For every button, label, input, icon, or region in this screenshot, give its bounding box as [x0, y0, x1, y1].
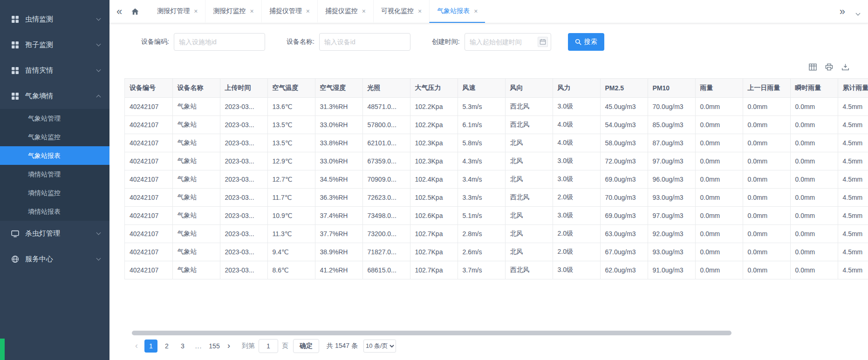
sidebar-item-weather-moisture[interactable]: 气象墒情 — [0, 83, 109, 109]
table-cell: 67359.0... — [362, 152, 410, 170]
table-cell: 4.5mm — [838, 243, 868, 261]
table-cell: 54.0ug/m3 — [600, 115, 648, 134]
table-cell: 96.0ug/m3 — [648, 170, 695, 188]
prev-page-icon[interactable]: ‹ — [130, 340, 143, 353]
table-cell: 西北风 — [505, 261, 553, 279]
tab-close-icon[interactable]: × — [418, 8, 422, 14]
table-cell: 3.4m/s — [458, 170, 505, 188]
create-time-label: 创建时间: — [432, 38, 460, 46]
search-button[interactable]: 搜索 — [568, 33, 604, 51]
table-cell: 西北风 — [505, 97, 553, 115]
sidebar-item-weather-station-report[interactable]: 气象站报表 — [0, 146, 109, 165]
sidebar-item-spore-monitoring[interactable]: 孢子监测 — [0, 32, 109, 58]
table-cell: 71827.0... — [362, 243, 410, 261]
tab[interactable]: 捕捉仪管理× — [261, 0, 317, 23]
pagination-page[interactable]: 3 — [176, 340, 189, 353]
collapse-tabs-icon[interactable]: « — [109, 7, 129, 17]
tab-close-icon[interactable]: × — [474, 8, 478, 14]
column-header: 设备名称 — [172, 79, 220, 97]
tab[interactable]: 气象站报表× — [429, 0, 485, 23]
table-cell: 0.0mm — [790, 188, 838, 206]
expand-tabs-icon[interactable]: » — [834, 7, 851, 17]
table-row[interactable]: 40242107气象站2023-03...12.9℃33.0%RH67359.0… — [125, 152, 868, 170]
table-row[interactable]: 40242107气象站2023-03...9.4℃38.9%RH71827.0.… — [125, 243, 868, 261]
tab-close-icon[interactable]: × — [194, 8, 198, 14]
table-cell: 12.9℃ — [267, 152, 315, 170]
horizontal-scrollbar[interactable] — [132, 331, 731, 335]
pagination-page[interactable]: 1 — [144, 340, 157, 353]
sidebar-item-weather-station-management[interactable]: 气象站管理 — [0, 109, 109, 128]
tab-close-icon[interactable]: × — [250, 8, 253, 14]
table-cell: 63.0ug/m3 — [600, 224, 648, 243]
sidebar-item-weather-station-monitor[interactable]: 气象站监控 — [0, 128, 109, 146]
tab[interactable]: 测报灯监控× — [205, 0, 261, 23]
table-cell: 40242107 — [125, 261, 172, 279]
table-toolbar — [109, 62, 849, 72]
table-cell: 0.0mm — [695, 224, 743, 243]
table-cell: 0.0mm — [790, 170, 838, 188]
table-cell: 102.2Kpa — [410, 115, 458, 134]
sidebar-item-insecticidal-lamp[interactable]: 杀虫灯管理 — [0, 221, 109, 246]
page-size-select[interactable]: 10 条/页 — [363, 340, 396, 353]
table-row[interactable]: 40242107气象站2023-03...8.6℃41.2%RH68615.0.… — [125, 261, 868, 279]
goto-page-input[interactable] — [259, 339, 278, 353]
table-cell: 0.0mm — [743, 152, 790, 170]
table-cell: 4.5mm — [838, 206, 868, 224]
tab-close-icon[interactable]: × — [306, 8, 310, 14]
sidebar-item-moisture-station-management[interactable]: 墒情站管理 — [0, 165, 109, 183]
table-row[interactable]: 40242107气象站2023-03...12.7℃34.5%RH70909.0… — [125, 170, 868, 188]
table-cell: 气象站 — [172, 261, 220, 279]
tab-close-icon[interactable]: × — [362, 8, 366, 14]
table-cell: 40242107 — [125, 152, 172, 170]
tab[interactable]: 测报灯管理× — [150, 0, 205, 23]
table-cell: 102.2Kpa — [410, 97, 458, 115]
table-cell: 62101.0... — [362, 134, 410, 152]
sidebar-item-seedling-disaster[interactable]: 苗情灾情 — [0, 58, 109, 83]
column-settings-icon[interactable] — [809, 63, 817, 71]
sidebar-item-insect-monitoring[interactable]: 虫情监测 — [0, 7, 109, 32]
device-code-input[interactable] — [174, 33, 265, 51]
confirm-button[interactable]: 确定 — [293, 339, 319, 353]
table-row[interactable]: 40242107气象站2023-03...11.3℃37.7%RH73200.0… — [125, 224, 868, 243]
table-row[interactable]: 40242107气象站2023-03...11.7℃36.3%RH72623.0… — [125, 188, 868, 206]
table-cell: 102.4Kpa — [410, 170, 458, 188]
sidebar-item-moisture-station-monitor[interactable]: 墒情站监控 — [0, 183, 109, 202]
table-cell: 3.0级 — [553, 261, 600, 279]
column-header: 风向 — [505, 79, 553, 97]
table-cell: 68615.0... — [362, 261, 410, 279]
report-table-viewport[interactable]: 设备编号设备名称上传时间空气温度空气湿度光照大气压力风速风向风力PM2.5PM1… — [124, 78, 868, 279]
tab[interactable]: 捕捉仪监控× — [317, 0, 373, 23]
device-name-input[interactable] — [319, 33, 410, 51]
table-row[interactable]: 40242107气象站2023-03...13.6℃31.3%RH48571.0… — [125, 97, 868, 115]
export-icon[interactable] — [841, 63, 849, 71]
table-cell: 北风 — [505, 152, 553, 170]
table-cell: 93.0ug/m3 — [648, 243, 695, 261]
sidebar-item-moisture-station-report[interactable]: 墒情站报表 — [0, 202, 109, 221]
table-cell: 5.8m/s — [458, 134, 505, 152]
home-icon[interactable] — [129, 7, 145, 16]
table-row[interactable]: 40242107气象站2023-03...13.5℃33.0%RH57800.0… — [125, 115, 868, 134]
table-row[interactable]: 40242107气象站2023-03...13.5℃33.8%RH62101.0… — [125, 134, 868, 152]
table-cell: 4.3m/s — [458, 152, 505, 170]
tabs-dropdown-icon[interactable] — [851, 7, 865, 17]
calendar-icon[interactable] — [538, 37, 548, 47]
tab[interactable]: 可视化监控× — [373, 0, 429, 23]
table-cell: 33.0%RH — [315, 152, 362, 170]
sidebar-submenu: 气象站管理 气象站监控 气象站报表 墒情站管理 墒情站监控 墒情站报表 — [0, 109, 109, 221]
table-cell: 北风 — [505, 206, 553, 224]
chevron-down-icon — [96, 42, 101, 47]
table-cell: 58.0ug/m3 — [600, 134, 648, 152]
table-cell: 40242107 — [125, 224, 172, 243]
table-cell: 72.0ug/m3 — [600, 152, 648, 170]
table-cell: 4.5mm — [838, 134, 868, 152]
table-cell: 4.5mm — [838, 115, 868, 134]
device-code-label: 设备编码: — [141, 38, 169, 46]
print-icon[interactable] — [825, 63, 833, 71]
pagination-page[interactable]: 2 — [160, 340, 173, 353]
pagination-page[interactable]: 155 — [208, 340, 221, 353]
table-row[interactable]: 40242107气象站2023-03...10.9℃37.4%RH73498.0… — [125, 206, 868, 224]
next-page-icon[interactable]: › — [222, 340, 235, 353]
pagination-ellipsis[interactable]: ... — [192, 340, 205, 353]
pagination-pages: 123...155 — [143, 340, 222, 353]
sidebar-item-service-center[interactable]: 服务中心 — [0, 246, 109, 272]
